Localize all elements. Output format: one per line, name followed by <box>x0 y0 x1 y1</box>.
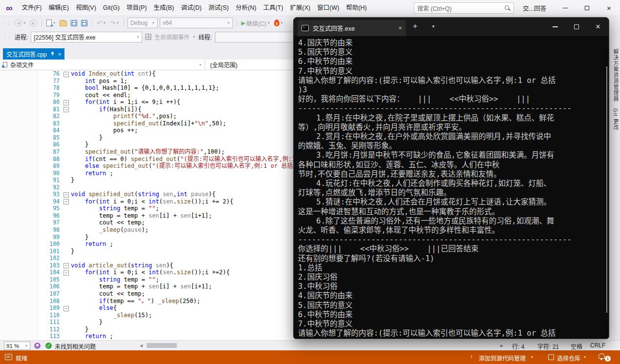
line-number: 81 <box>38 106 60 113</box>
close-button[interactable]: × <box>598 0 620 16</box>
menu-item-6[interactable]: 调试(D) <box>177 0 205 16</box>
search-icon[interactable] <box>504 5 511 11</box>
menu-item-9[interactable]: 工具(T) <box>260 0 287 16</box>
visual-studio-logo-icon: ∞ <box>6 0 13 16</box>
lifecycle-events-button[interactable]: 生命周期事件 <box>154 33 190 41</box>
menu-item-11[interactable]: 窗口(W) <box>314 0 342 16</box>
console-minimize-button[interactable] <box>544 18 566 36</box>
save-all-button[interactable] <box>80 20 88 26</box>
undo-button[interactable]: ↶▼ <box>96 20 107 26</box>
menu-item-0[interactable]: 文件(F) <box>19 0 45 16</box>
save-button[interactable] <box>70 20 78 26</box>
toolbar-grip[interactable]: ⋮⋮ <box>3 35 11 40</box>
console-output[interactable]: 4.国庆节的由来5.国庆节的意义6.中秋节的由来7.中秋节的意义请输入你想了解的… <box>294 36 609 339</box>
status-check-icon: ✓ <box>45 343 52 349</box>
solution-config-dropdown[interactable]: Debug▼ <box>128 18 158 28</box>
line-number: 95 <box>38 205 60 212</box>
navigate-back-button[interactable]: ◀▼ <box>14 20 27 27</box>
fold-collapse-icon[interactable] <box>63 198 71 205</box>
search-input[interactable]: 搜索 (Ctrl+Q) <box>414 2 514 14</box>
side-tab-0[interactable]: 解决方案资源管理器 <box>610 49 620 101</box>
console-line-17: 5.猜谜:在中秋之夜,人们还会在月饼或花灯上写上谜语,让大家猜测。 <box>298 198 609 207</box>
tab-dropdown-icon[interactable]: ▼ <box>431 24 435 29</box>
fold-collapse-icon[interactable] <box>63 99 71 106</box>
toolbar-grip[interactable]: ⋮⋮ <box>3 20 11 25</box>
code-text: return ; <box>71 170 113 177</box>
ready-status: 就绪 <box>16 354 27 362</box>
console-line-1: 5.国庆节的意义 <box>298 48 609 57</box>
navigate-forward-button[interactable]: ▶ <box>29 20 38 27</box>
new-file-button[interactable]: ▼ <box>45 20 57 26</box>
menu-item-8[interactable]: 分析(N) <box>232 0 259 16</box>
zoom-dropdown[interactable]: 91 %▼ <box>4 342 30 350</box>
spaces-indicator[interactable]: 空格 <box>571 342 582 350</box>
fold-collapse-icon[interactable] <box>63 304 71 312</box>
line-number: 91 <box>38 177 60 184</box>
fold-collapse-icon[interactable] <box>63 262 71 269</box>
menu-item-7[interactable]: 测试(S) <box>205 0 233 16</box>
console-scrollbar[interactable] <box>606 66 607 313</box>
fold-gutter <box>63 212 71 220</box>
project-dropdown[interactable]: 杂项文件 ▼ <box>0 60 205 70</box>
menu-item-5[interactable]: 生成(B) <box>150 0 178 16</box>
issue-status-message: 未找到相关问题 <box>55 342 96 350</box>
menu-item-2[interactable]: 视图(V) <box>72 0 100 16</box>
fold-gutter <box>63 148 71 156</box>
code-text: } <box>71 319 103 326</box>
menu-item-4[interactable]: 项目(P) <box>123 0 150 16</box>
fold-gutter <box>63 290 71 298</box>
menu-item-3[interactable]: Git(G) <box>100 0 123 16</box>
code-text: specified_out("请输入你想了解的内容:",100); <box>71 148 225 156</box>
console-maximize-button[interactable] <box>566 18 587 36</box>
fold-collapse-icon[interactable] <box>63 70 71 78</box>
open-file-button[interactable] <box>59 20 68 26</box>
console-close-button[interactable]: × <box>587 18 609 36</box>
line-number: 87 <box>38 148 60 156</box>
hscroll-right-arrow[interactable]: ▶ <box>500 344 503 348</box>
line-number: 88 <box>38 156 60 163</box>
console-line-0: 4.国庆节的由来 <box>298 39 609 48</box>
line-number: 84 <box>38 127 60 134</box>
source-control-caret-icon[interactable]: ▲ <box>531 355 534 358</box>
menu-item-1[interactable]: 编辑(E) <box>45 0 73 16</box>
code-text: for(int i = 0;i < int(sen.size());i +=2)… <box>71 269 230 276</box>
console-tab[interactable]: 交互式回答.exe × <box>298 20 406 36</box>
eol-indicator[interactable]: CRLF <box>590 342 605 349</box>
tab-cpp-file[interactable]: 交互式回答.cpp × <box>3 48 64 60</box>
platform-dropdown[interactable]: x64▼ <box>160 18 233 28</box>
fold-collapse-icon[interactable] <box>63 106 71 113</box>
menu-bar: 文件(F)编辑(E)视图(V)Git(G)项目(P)生成(B)调试(D)测试(S… <box>19 0 370 16</box>
console-line-14: 节时,不仅要自己品尝月饼,还要赠送亲友,表达亲情和友情。 <box>298 170 609 179</box>
console-titlebar[interactable]: 交互式回答.exe × + ▼ × <box>294 18 609 36</box>
tab-close-icon[interactable]: × <box>58 51 61 57</box>
console-line-4: 请输入你想了解的内容:(提示:可以输入索引也可以输入名字,例:1 or 总括 <box>298 76 609 85</box>
menu-item-12[interactable]: 帮助(H) <box>342 0 370 16</box>
new-tab-button[interactable]: + <box>413 22 417 30</box>
breakpoint-margin[interactable] <box>0 70 38 340</box>
hscroll-thumb[interactable] <box>147 343 177 348</box>
console-tab-close-icon[interactable]: × <box>398 24 402 32</box>
redo-button[interactable]: ↷▼ <box>109 20 120 26</box>
select-repo-caret-icon[interactable]: ▲ <box>583 355 586 358</box>
hot-reload-button[interactable]: ▼ <box>273 20 284 26</box>
feedback-icon[interactable] <box>34 343 41 349</box>
add-to-source-control-button[interactable]: 添加到源代码管理 <box>479 354 526 362</box>
console-window[interactable]: 交互式回答.exe × + ▼ × 4.国庆节的由来5.国庆节的意义6.中秋节的… <box>293 17 609 339</box>
process-dropdown[interactable]: [22556] 交互式回答.exe▼ <box>31 32 142 42</box>
menu-item-10[interactable]: 扩展(X) <box>287 0 314 16</box>
minimize-button[interactable] <box>554 0 576 16</box>
restore-button[interactable] <box>576 0 598 16</box>
hscroll-left-arrow[interactable]: ◀ <box>140 344 143 348</box>
fold-gutter <box>63 156 71 163</box>
process-label: 进程: <box>15 33 28 41</box>
side-tab-1[interactable]: Git 更改 <box>610 108 620 130</box>
select-repo-button[interactable]: 选择仓库 <box>557 354 580 362</box>
pin-icon[interactable] <box>50 52 55 57</box>
fold-collapse-icon[interactable] <box>63 191 71 198</box>
code-text: bool Hash[10] = {0,1,0,0,1,1,1,1,1,1}; <box>71 84 219 92</box>
notification-bell-icon[interactable] <box>599 353 605 359</box>
fold-collapse-icon[interactable] <box>63 269 71 276</box>
fold-gutter <box>63 120 71 127</box>
continue-button[interactable]: ▶继续(C)▼ <box>240 19 271 27</box>
console-line-25: 2.国庆习俗 <box>298 273 609 282</box>
